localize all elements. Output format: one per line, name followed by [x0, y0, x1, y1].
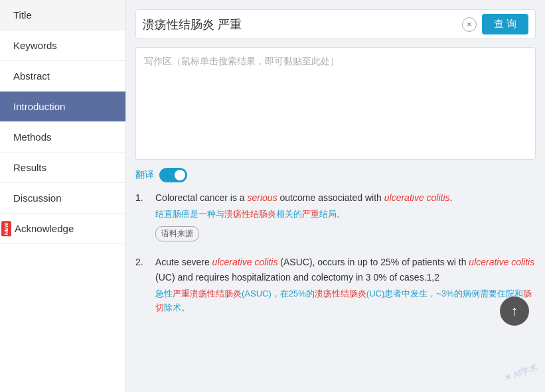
sidebar-item-abstract[interactable]: Abstract: [0, 61, 125, 92]
result-cn-text[interactable]: 急性严重溃疡性结肠炎(ASUC)，在25%的溃疡性结肠炎(UC)患者中发生，~3…: [155, 287, 536, 315]
sidebar-item-label: Keywords: [13, 40, 57, 51]
result-en-text[interactable]: Colorectal cancer is a serious outcome a…: [155, 190, 536, 205]
sidebar-item-keywords[interactable]: Keywords: [0, 31, 125, 61]
search-input[interactable]: [143, 17, 457, 31]
sidebar-item-label: Acknowledge: [15, 223, 74, 234]
main-content: × 查 询 写作区（鼠标单击搜索结果，即可黏贴至此处） 翻译 1. Colore…: [126, 0, 545, 392]
sidebar-item-label: Abstract: [13, 70, 50, 82]
results-list: 1. Colorectal cancer is a serious outcom…: [135, 190, 536, 319]
sidebar-item-label: Title: [13, 9, 32, 21]
translate-label: 翻译: [135, 169, 154, 181]
sidebar-item-label: Introduction: [13, 101, 65, 112]
translate-row: 翻译: [135, 168, 536, 182]
result-number: 2.: [135, 255, 149, 318]
sidebar-item-label: Discussion: [13, 192, 62, 204]
result-content: Acute severe ulcerative colitis (ASUC), …: [155, 255, 536, 318]
sidebar-item-acknowledge[interactable]: Acknowledge: [0, 214, 125, 244]
search-clear-button[interactable]: ×: [462, 17, 477, 32]
writing-area[interactable]: 写作区（鼠标单击搜索结果，即可黏贴至此处）: [135, 47, 536, 160]
result-cn-text[interactable]: 结直肠癌是一种与溃疡性结肠炎相关的严重结局。: [155, 208, 536, 222]
writing-area-placeholder: 写作区（鼠标单击搜索结果，即可黏贴至此处）: [144, 56, 339, 66]
clear-icon: ×: [467, 20, 471, 29]
sidebar-item-introduction[interactable]: Introduction: [0, 92, 125, 122]
translate-toggle[interactable]: [159, 168, 187, 182]
sidebar: Title Keywords Abstract Introduction Met…: [0, 0, 126, 392]
scroll-up-button[interactable]: ↑: [500, 296, 529, 326]
result-en-text[interactable]: Acute severe ulcerative colitis (ASUC), …: [155, 255, 536, 285]
result-number: 1.: [135, 190, 149, 244]
result-item: 2. Acute severe ulcerative colitis (ASUC…: [135, 255, 536, 318]
source-badge[interactable]: 语料来源: [155, 226, 199, 241]
sidebar-item-methods[interactable]: Methods: [0, 122, 125, 153]
result-content: Colorectal cancer is a serious outcome a…: [155, 190, 536, 244]
sidebar-item-title[interactable]: Title: [0, 0, 125, 31]
scroll-up-icon: ↑: [511, 302, 518, 320]
sidebar-item-label: Results: [13, 162, 46, 173]
sidebar-item-results[interactable]: Results: [0, 153, 125, 183]
search-bar: × 查 询: [135, 9, 536, 39]
sidebar-item-discussion[interactable]: Discussion: [0, 183, 125, 214]
sidebar-item-label: Methods: [13, 131, 52, 143]
search-button[interactable]: 查 询: [482, 14, 528, 34]
result-item: 1. Colorectal cancer is a serious outcom…: [135, 190, 536, 244]
